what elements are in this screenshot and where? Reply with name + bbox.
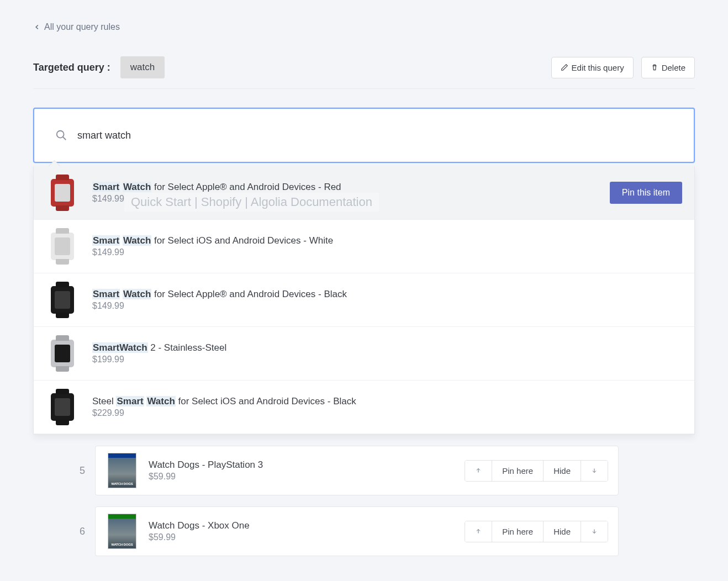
suggestion-text: Smart Watch for Select Apple® and Androi…: [92, 289, 347, 311]
arrow-up-icon: [475, 467, 482, 474]
trash-icon: [651, 64, 658, 71]
ranked-results: 5WATCH DOGSWatch Dogs - PlayStation 3$59…: [70, 446, 619, 556]
suggestion-title: Smart Watch for Select Apple® and Androi…: [92, 182, 341, 193]
suggestion-text: Steel Smart Watch for Select iOS and And…: [92, 396, 356, 418]
rank-number: 5: [70, 465, 95, 477]
ranked-row: 6WATCH DOGSWatch Dogs - Xbox One$59.99Pi…: [70, 506, 619, 556]
product-thumbnail: [46, 336, 79, 371]
pin-this-item-button[interactable]: Pin this item: [610, 182, 682, 204]
chevron-left-icon: [33, 23, 41, 31]
arrow-down-icon: [591, 467, 598, 474]
move-up-button[interactable]: [465, 461, 492, 481]
rank-number: 6: [70, 526, 95, 537]
svg-point-0: [57, 131, 64, 138]
suggestion-text: Smart Watch for Select Apple® and Androi…: [92, 182, 341, 204]
ranked-card[interactable]: WATCH DOGSWatch Dogs - PlayStation 3$59.…: [95, 446, 619, 495]
suggestion-price: $149.99: [92, 247, 333, 257]
search-input[interactable]: [77, 130, 673, 141]
delete-query-button[interactable]: Delete: [641, 57, 695, 78]
product-thumbnail: [46, 282, 79, 318]
suggestion-title: SmartWatch 2 - Stainless-Steel: [92, 342, 226, 353]
rank-actions: Pin hereHide: [465, 521, 608, 542]
edit-query-label: Edit this query: [572, 63, 624, 72]
product-title: Watch Dogs - PlayStation 3: [149, 459, 263, 471]
suggestion-price: $149.99: [92, 301, 347, 311]
arrow-down-icon: [591, 527, 598, 535]
svg-line-1: [63, 137, 66, 140]
search-icon: [55, 129, 67, 141]
suggestion-text: Smart Watch for Select iOS and Android D…: [92, 235, 333, 257]
search-panel: Smart Watch for Select Apple® and Androi…: [33, 108, 695, 435]
product-title: Watch Dogs - Xbox One: [149, 520, 250, 531]
suggestion-item[interactable]: Steel Smart Watch for Select iOS and And…: [34, 381, 694, 434]
pencil-icon: [561, 64, 568, 71]
product-price: $59.99: [149, 532, 250, 542]
suggestion-text: SmartWatch 2 - Stainless-Steel$199.99: [92, 342, 226, 365]
search-box[interactable]: [33, 108, 695, 163]
header-row: Targeted query : watch Edit this query D…: [33, 56, 695, 89]
pin-here-button[interactable]: Pin here: [492, 521, 544, 542]
suggestion-item[interactable]: Smart Watch for Select Apple® and Androi…: [34, 166, 694, 220]
product-thumbnail: [46, 175, 79, 210]
targeted-query-label: Targeted query :: [33, 62, 110, 73]
product-price: $59.99: [149, 472, 263, 482]
targeted-query-chip[interactable]: watch: [120, 56, 165, 78]
product-thumbnail: [46, 389, 79, 425]
breadcrumb-back[interactable]: All your query rules: [33, 22, 120, 32]
ranked-card[interactable]: WATCH DOGSWatch Dogs - Xbox One$59.99Pin…: [95, 506, 619, 556]
suggestion-title: Smart Watch for Select Apple® and Androi…: [92, 289, 347, 300]
product-thumbnail: WATCH DOGS: [105, 514, 139, 549]
suggestion-item[interactable]: Smart Watch for Select iOS and Android D…: [34, 220, 694, 273]
ranked-row: 5WATCH DOGSWatch Dogs - PlayStation 3$59…: [70, 446, 619, 495]
suggestion-title: Steel Smart Watch for Select iOS and And…: [92, 396, 356, 407]
breadcrumb-label: All your query rules: [44, 22, 120, 32]
hide-button[interactable]: Hide: [544, 461, 581, 481]
product-thumbnail: WATCH DOGS: [105, 453, 139, 488]
edit-query-button[interactable]: Edit this query: [551, 57, 634, 78]
suggestion-price: $149.99: [92, 194, 341, 204]
hide-button[interactable]: Hide: [544, 521, 581, 542]
pin-here-button[interactable]: Pin here: [492, 461, 544, 481]
move-down-button[interactable]: [581, 461, 608, 481]
suggestion-title: Smart Watch for Select iOS and Android D…: [92, 235, 333, 246]
move-up-button[interactable]: [465, 521, 492, 542]
suggestion-price: $199.99: [92, 355, 226, 365]
suggestion-item[interactable]: SmartWatch 2 - Stainless-Steel$199.99: [34, 327, 694, 381]
move-down-button[interactable]: [581, 521, 608, 542]
suggestion-dropdown: Smart Watch for Select Apple® and Androi…: [33, 166, 695, 435]
suggestion-item[interactable]: Smart Watch for Select Apple® and Androi…: [34, 273, 694, 327]
suggestion-price: $229.99: [92, 408, 356, 418]
product-thumbnail: [46, 229, 79, 264]
rank-actions: Pin hereHide: [465, 460, 608, 482]
arrow-up-icon: [475, 527, 482, 535]
delete-query-label: Delete: [662, 63, 685, 72]
